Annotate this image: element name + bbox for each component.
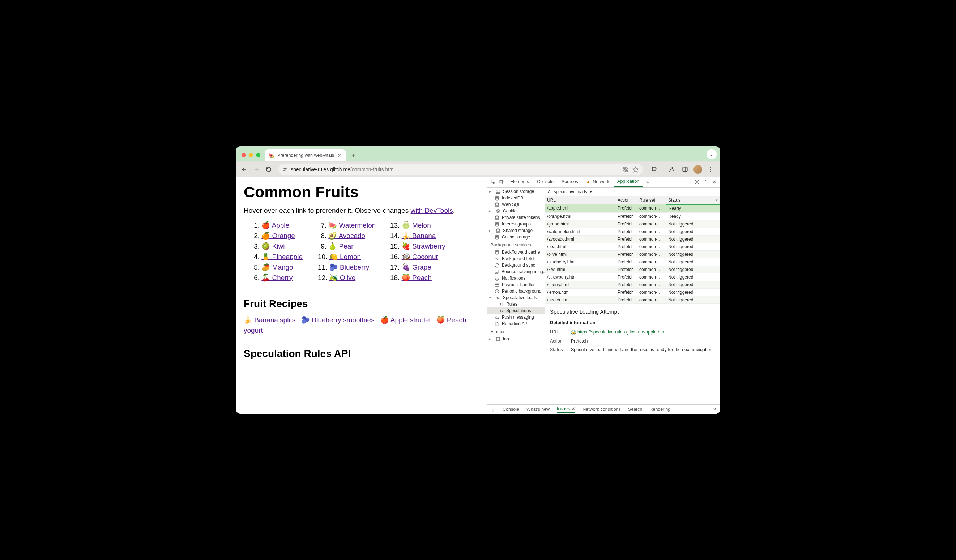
lock-icon: 🔒 <box>571 330 576 335</box>
sidebar-item[interactable]: Notifications <box>487 275 544 281</box>
sidebar-item[interactable]: Periodic background <box>487 288 544 295</box>
device-toolbar-button[interactable] <box>498 180 506 185</box>
fruit-link[interactable]: 🍇 Grape <box>402 264 431 271</box>
sidebar-item[interactable]: Background sync <box>487 262 544 268</box>
drawer-tab[interactable]: Issues ✕ <box>557 406 575 413</box>
close-devtools-button[interactable]: ✕ <box>710 179 718 185</box>
sidebar-item[interactable]: Interest groups <box>487 221 544 227</box>
drawer-tab[interactable]: Console <box>503 407 519 412</box>
sidebar-item[interactable]: Speculations <box>487 307 544 314</box>
table-row[interactable]: /lemon.htmlPrefetchcommon-…Not triggered <box>545 289 720 296</box>
fruit-link[interactable]: 🍓 Strawberry <box>402 242 445 250</box>
sidebar-item[interactable]: Cache storage <box>487 234 544 240</box>
devtools-kebab[interactable]: ⋮ <box>701 179 709 185</box>
fruit-link[interactable]: 🍊 Orange <box>261 232 295 240</box>
fruit-link[interactable]: 🥑 Avocado <box>328 232 365 240</box>
fruit-link[interactable]: 🫐 Blueberry <box>329 264 370 271</box>
side-panel-button[interactable] <box>680 165 690 174</box>
col-action[interactable]: Action <box>615 196 637 204</box>
omnibox[interactable]: speculative-rules.glitch.me/common-fruit… <box>278 164 643 175</box>
table-row[interactable]: /blueberry.htmlPrefetchcommon-…Not trigg… <box>545 258 720 266</box>
maximize-window-button[interactable] <box>256 153 260 157</box>
sidebar-item[interactable]: top <box>487 336 544 342</box>
table-row[interactable]: /cherry.htmlPrefetchcommon-…Not triggere… <box>545 281 720 289</box>
fruit-link[interactable]: 🍎 Apple <box>261 221 289 229</box>
table-row[interactable]: /peach.htmlPrefetchcommon-…Not triggered <box>545 296 720 304</box>
tab-network[interactable]: ▲Network <box>582 177 613 187</box>
chrome-menu-button[interactable]: ⋮ <box>706 165 716 174</box>
sidebar-item[interactable]: Session storage <box>487 188 544 195</box>
col-ruleset[interactable]: Rule set <box>637 196 666 204</box>
col-status[interactable]: Status▼ <box>666 196 720 204</box>
drawer-tab[interactable]: Rendering <box>649 407 670 412</box>
sidebar-item[interactable]: Shared storage <box>487 227 544 234</box>
tab-console[interactable]: Console <box>533 177 557 187</box>
sidebar-item[interactable]: Back/forward cache <box>487 249 544 256</box>
star-icon[interactable] <box>632 166 639 173</box>
table-row[interactable]: /pear.htmlPrefetchcommon-…Not triggered <box>545 243 720 251</box>
profile-button[interactable] <box>693 165 703 174</box>
settings-button[interactable] <box>693 179 701 185</box>
sidebar-item[interactable]: Background fetch <box>487 256 544 262</box>
fruit-link[interactable]: 🍑 Peach <box>402 274 432 281</box>
sidebar-item[interactable]: IndexedDB <box>487 195 544 201</box>
drawer-tab[interactable]: Network conditions <box>582 407 621 412</box>
table-row[interactable]: /apple.htmlPrefetchcommon-…Ready <box>545 204 720 213</box>
eye-off-icon[interactable] <box>622 166 629 173</box>
tab-application[interactable]: Application <box>613 177 643 187</box>
fruit-link[interactable]: 🫒 Olive <box>329 274 356 281</box>
table-row[interactable]: /grape.htmlPrefetchcommon-…Not triggered <box>545 220 720 228</box>
tab-elements[interactable]: Elements <box>506 177 533 187</box>
col-url[interactable]: URL <box>545 196 615 204</box>
sidebar-item[interactable]: Rules <box>487 301 544 307</box>
recipe-link[interactable]: Banana splits <box>254 316 296 324</box>
sidebar-item[interactable]: Private state tokens <box>487 214 544 221</box>
recipe-link[interactable]: Apple strudel <box>390 316 431 324</box>
labs-button[interactable] <box>667 165 677 174</box>
drawer-kebab[interactable]: ⋮ <box>491 406 495 412</box>
window-menu-button[interactable]: ⌄ <box>706 149 717 159</box>
fruit-link[interactable]: 🍈 Melon <box>402 221 431 229</box>
table-row[interactable]: /avocado.htmlPrefetchcommon-…Not trigger… <box>545 235 720 243</box>
recipe-link[interactable]: Blueberry smoothies <box>312 316 374 324</box>
browser-tab[interactable]: 🍉 Prerendering with web-vitals ✕ <box>265 149 346 162</box>
close-drawer-button[interactable]: ✕ <box>713 406 717 412</box>
forward-button[interactable] <box>251 164 262 175</box>
table-row[interactable]: /watermelon.htmlPrefetchcommon-…Not trig… <box>545 228 720 235</box>
fruit-link[interactable]: 🥝 Kiwi <box>261 242 285 250</box>
fruit-link[interactable]: 🍐 Pear <box>328 242 353 250</box>
sidebar-item[interactable]: Cookies <box>487 208 544 214</box>
minimize-window-button[interactable] <box>249 153 253 157</box>
fruit-link[interactable]: 🍍 Pineapple <box>261 253 303 260</box>
back-button[interactable] <box>239 164 250 175</box>
inspect-element-button[interactable] <box>489 180 497 185</box>
close-window-button[interactable] <box>242 153 246 157</box>
sidebar-item[interactable]: Push messaging <box>487 314 544 320</box>
tab-sources[interactable]: Sources <box>558 177 582 187</box>
drawer-tab[interactable]: What's new <box>527 407 550 412</box>
fruit-link[interactable]: 🍋 Lemon <box>329 253 361 260</box>
fruit-link[interactable]: 🍌 Banana <box>402 232 436 240</box>
sidebar-item[interactable]: Bounce tracking mitigation <box>487 268 544 275</box>
filter-bar[interactable]: All speculative loads ▼ <box>545 188 720 196</box>
close-tab-icon[interactable]: ✕ <box>337 152 343 159</box>
fruit-link[interactable]: 🍉 Watermelon <box>328 221 376 229</box>
table-row[interactable]: /olive.htmlPrefetchcommon-…Not triggered <box>545 251 720 258</box>
sidebar-item[interactable]: Reporting API <box>487 320 544 327</box>
table-row[interactable]: /strawberry.htmlPrefetchcommon-…Not trig… <box>545 273 720 281</box>
fruit-link[interactable]: 🥭 Mango <box>261 264 293 271</box>
sidebar-item[interactable]: Speculative loads <box>487 295 544 301</box>
drawer-tab[interactable]: Search <box>628 407 643 412</box>
detail-url-value[interactable]: https://speculative-rules.glitch.me/appl… <box>577 329 667 334</box>
more-tabs-button[interactable]: » <box>644 180 651 185</box>
extensions-button[interactable] <box>649 165 659 174</box>
table-row[interactable]: /kiwi.htmlPrefetchcommon-…Not triggered <box>545 266 720 273</box>
fruit-link[interactable]: 🥥 Coconut <box>402 253 438 260</box>
sidebar-item[interactable]: Payment handler <box>487 281 544 288</box>
reload-button[interactable] <box>263 164 274 175</box>
new-tab-button[interactable]: + <box>348 150 358 160</box>
table-row[interactable]: /orange.htmlPrefetchcommon-…Ready <box>545 213 720 220</box>
sidebar-item[interactable]: Web SQL <box>487 201 544 208</box>
fruit-link[interactable]: 🍒 Cherry <box>261 274 292 281</box>
devtools-link[interactable]: with DevTools <box>411 207 453 214</box>
